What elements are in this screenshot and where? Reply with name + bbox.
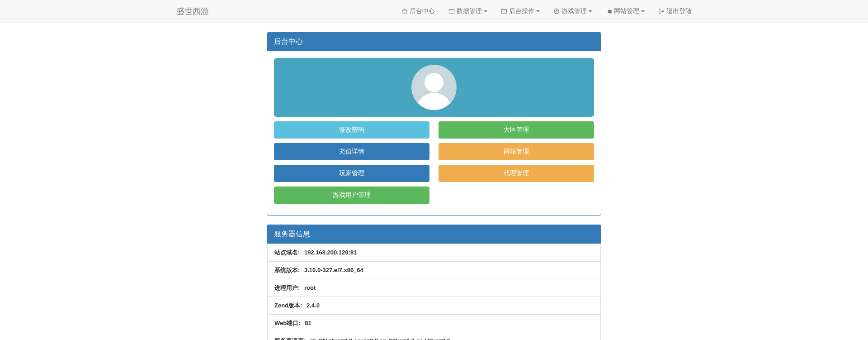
zone-manage-button[interactable]: 大区管理 xyxy=(439,121,594,139)
nav-data-label: 数据管理 xyxy=(457,7,482,15)
nav-game[interactable]: 游戏管理 xyxy=(547,0,599,22)
nav-data[interactable]: 数据管理 xyxy=(442,0,494,22)
nav-home[interactable]: 后台中心 xyxy=(395,0,442,22)
info-label: 系统版本: xyxy=(274,267,300,273)
avatar xyxy=(411,65,457,110)
info-value: 81 xyxy=(305,320,311,326)
list-item: 进程用户: root xyxy=(267,279,601,297)
nav-site[interactable]: 网站管理 xyxy=(599,0,651,22)
avatar-banner xyxy=(274,58,594,117)
nav-logout[interactable]: 退出登陆 xyxy=(651,0,698,22)
info-value: root xyxy=(304,284,316,291)
player-manage-button[interactable]: 玩家管理 xyxy=(274,165,429,182)
svg-point-1 xyxy=(556,10,557,12)
top-navbar: 盛世西游 后台中心 数据管理 后台操作 xyxy=(0,0,868,23)
info-value: 192.168.200.129:81 xyxy=(304,249,357,256)
chevron-down-icon xyxy=(536,10,540,12)
panel-server-info: 服务器信息 站点域名: 192.168.200.129:81 系统版本: 3.1… xyxy=(267,225,601,340)
list-item: 系统版本: 3.10.0-327.el7.x86_64 xyxy=(267,262,601,279)
home-icon xyxy=(401,8,408,14)
recharge-detail-button[interactable]: 充值详情 xyxy=(274,143,429,160)
info-value: zh-CN,zh;q=0.9,en;q=0.8,en-GB;q=0.7,en-U… xyxy=(310,337,450,340)
server-info-list: 站点域名: 192.168.200.129:81 系统版本: 3.10.0-32… xyxy=(267,244,601,340)
nav-right: 后台中心 数据管理 后台操作 游戏管理 xyxy=(395,0,698,22)
window-icon xyxy=(448,8,455,14)
list-item: Web端口: 81 xyxy=(267,315,601,332)
chevron-down-icon xyxy=(641,10,645,12)
info-label: 进程用户: xyxy=(274,284,300,291)
panel-dashboard: 后台中心 修改密码 大区管理 充值详情 网站管理 玩家管理 代理管理 xyxy=(267,32,601,215)
panel-dashboard-title: 后台中心 xyxy=(267,33,601,51)
website-manage-button[interactable]: 网站管理 xyxy=(439,143,594,160)
info-label: 站点域名: xyxy=(274,249,300,256)
svg-point-0 xyxy=(554,9,559,14)
logout-icon xyxy=(658,8,665,14)
brand-link[interactable]: 盛世西游 xyxy=(170,6,209,17)
gear-icon xyxy=(606,8,612,14)
info-label: 服务器语言: xyxy=(274,337,306,340)
info-value: 3.10.0-327.el7.x86_64 xyxy=(304,267,363,273)
agent-manage-button[interactable]: 代理管理 xyxy=(439,165,594,182)
change-password-button[interactable]: 修改密码 xyxy=(274,121,429,139)
nav-game-label: 游戏管理 xyxy=(561,7,587,15)
list-item: Zend版本: 2.4.0 xyxy=(267,297,601,315)
list-item: 服务器语言: zh-CN,zh;q=0.9,en;q=0.8,en-GB;q=0… xyxy=(267,332,601,340)
info-value: 2.4.0 xyxy=(307,302,320,309)
info-label: Web端口: xyxy=(274,320,301,326)
nav-ops[interactable]: 后台操作 xyxy=(494,0,547,22)
game-user-manage-button[interactable]: 游戏用户管理 xyxy=(274,187,429,204)
nav-site-label: 网站管理 xyxy=(614,7,639,15)
chevron-down-icon xyxy=(589,10,592,12)
chevron-down-icon xyxy=(484,10,487,12)
info-label: Zend版本: xyxy=(274,302,302,309)
panel-server-title: 服务器信息 xyxy=(267,225,601,244)
list-item: 站点域名: 192.168.200.129:81 xyxy=(267,244,601,262)
nav-home-label: 后台中心 xyxy=(410,7,435,15)
nav-logout-label: 退出登陆 xyxy=(666,7,692,15)
window-icon xyxy=(501,8,507,14)
nav-ops-label: 后台操作 xyxy=(509,7,534,15)
circle-icon xyxy=(553,8,560,14)
